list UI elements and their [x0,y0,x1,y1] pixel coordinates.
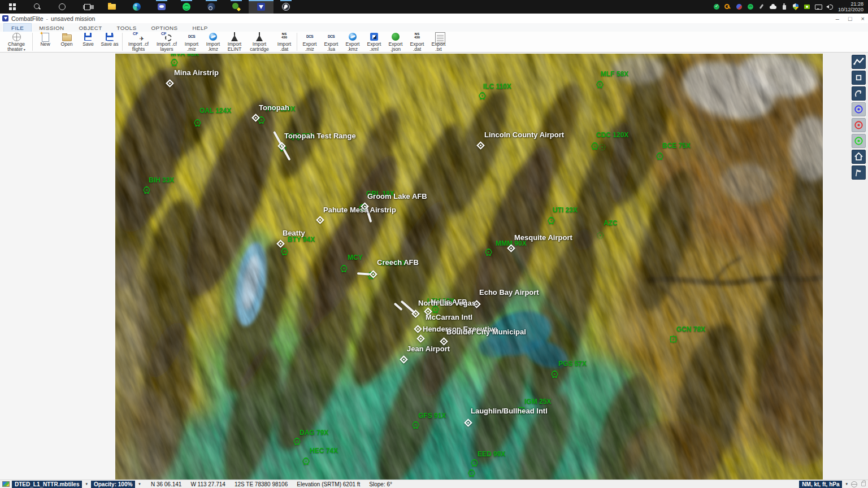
tray-discord-tray-icon[interactable] [736,3,743,10]
tray-spotify-tray-icon[interactable] [747,3,754,10]
threat-ring-green-button[interactable] [852,134,866,148]
lock-icon[interactable] [861,482,866,486]
toolbar-save[interactable]: Save [77,32,99,52]
toolbar-export-miz[interactable]: Export .miz [299,32,320,52]
airport-icon[interactable] [277,141,287,151]
navaid-icon[interactable] [280,247,289,256]
airport-icon[interactable] [506,243,516,253]
tray-security-check-icon[interactable] [713,3,720,10]
navaid-icon[interactable] [467,469,476,477]
taskbar-app-file-explorer[interactable] [99,0,124,14]
taskbar-app-combatflite[interactable] [249,0,274,14]
navaid-icon[interactable] [142,186,151,194]
tray-volume-icon[interactable] [826,3,833,10]
airport-icon[interactable] [276,239,285,249]
map-canvas[interactable]: MVA 98XOAL 124XTPH 119XTQQ 77XILC 110XML… [115,54,823,480]
toolbar-import-cartridge[interactable]: Import cartridge [245,32,274,52]
minimize-button[interactable]: – [836,16,839,21]
draw-shape-button[interactable] [852,71,866,85]
home-view-button[interactable] [852,150,866,164]
taskbar-app-obs[interactable] [274,0,298,14]
tray-usb-icon[interactable] [781,3,788,10]
navaid-icon[interactable] [596,231,605,239]
navaid-icon[interactable] [484,248,493,256]
toolbar-change-theater[interactable]: Change theater ▾ [2,32,31,52]
taskbar-app-search[interactable] [25,0,50,14]
tray-display-icon[interactable] [815,3,822,10]
navaid-icon[interactable] [669,335,678,343]
menu-object[interactable]: OBJECT [71,23,109,32]
navaid-icon[interactable] [550,370,559,378]
menu-help[interactable]: HELP [185,23,215,32]
toolbar-new[interactable]: New [34,32,56,52]
layer-dropdown-caret-icon[interactable]: ▾ [85,482,88,486]
tray-nvidia-icon[interactable] [804,3,810,10]
toolbar-import-cf-layers[interactable]: Import .cf layers [153,32,181,52]
airport-icon[interactable] [399,355,409,364]
taskbar-app-cortana[interactable] [50,0,75,14]
units-dropdown-caret-icon[interactable]: ▾ [845,482,848,486]
tray-onedrive-icon[interactable] [770,3,776,10]
taskbar-app-edge[interactable] [124,0,149,14]
taskbar-app-steam[interactable] [199,0,224,14]
airport-icon[interactable] [368,269,378,279]
threat-ring-blue-button[interactable] [852,102,866,116]
navaid-icon[interactable] [470,459,479,467]
navaid-icon[interactable] [293,437,301,446]
taskbar-app-spotify[interactable] [174,0,199,14]
layer-selector[interactable]: DTED_L1_NTTR.mbtiles [12,481,82,488]
taskbar-clock[interactable]: 21:28 10/12/2020 [838,1,863,12]
toolbar-export-json[interactable]: Export .json [385,32,406,52]
briefing-flag-button[interactable] [852,165,866,180]
toolbar-export-lua[interactable]: Export .lua [320,32,342,52]
tray-defender-icon[interactable] [792,3,799,10]
navaid-icon[interactable] [478,91,487,100]
toolbar-export-xml[interactable]: Export .xml [363,32,385,52]
taskbar-app-qgis[interactable] [224,0,249,14]
menu-mission[interactable]: MISSION [32,23,71,32]
tray-pin-icon[interactable] [758,3,765,10]
draw-orbit-button[interactable] [852,86,866,101]
airport-icon[interactable] [251,113,261,123]
tray-key-icon[interactable] [724,3,731,10]
airport-icon[interactable] [411,309,420,319]
taskbar-app-discord[interactable] [149,0,174,14]
toolbar-import-cf-flights[interactable]: Import .cf flights [124,32,153,52]
airport-icon[interactable] [463,418,473,428]
toolbar-save-as[interactable]: Save as [99,32,120,52]
navaid-icon[interactable] [193,119,202,127]
opacity-selector[interactable]: Opacity: 100% [91,481,135,488]
navaid-icon[interactable] [411,421,420,429]
menu-tools[interactable]: TOOLS [110,23,144,32]
navaid-icon[interactable] [656,152,664,160]
navaid-icon[interactable] [596,80,604,89]
airport-icon[interactable] [315,215,325,225]
toolbar-import-miz[interactable]: Import .miz [181,32,202,52]
menu-file[interactable]: FILE [3,23,32,32]
threat-ring-red-button[interactable] [852,118,866,132]
airport-icon[interactable] [476,141,485,150]
maximize-button[interactable]: □ [848,16,852,21]
navaid-icon[interactable] [302,457,310,465]
toolbar-import-dat[interactable]: Import .dat [274,32,295,52]
toolbar-export-kmz[interactable]: Export .kmz [342,32,363,52]
toolbar-import-kmz[interactable]: Import .kmz [202,32,224,52]
airport-icon[interactable] [165,79,175,88]
taskbar-app-task-view[interactable] [75,0,99,14]
airport-icon[interactable] [413,324,423,334]
menu-options[interactable]: OPTIONS [144,23,185,32]
globe-icon[interactable] [851,481,857,487]
draw-route-button[interactable] [852,55,866,69]
toolbar-export-dat[interactable]: Export .dat [406,32,428,52]
opacity-dropdown-caret-icon[interactable]: ▾ [138,482,141,486]
navaid-icon[interactable] [170,58,179,67]
navaid-icon[interactable] [547,216,555,225]
toolbar-open[interactable]: Open [56,32,77,52]
airport-icon[interactable] [416,334,426,343]
taskbar-app-start[interactable] [0,0,25,14]
navaid-icon[interactable] [340,264,348,273]
units-selector[interactable]: NM, kt, ft, hPa [799,481,842,488]
close-button[interactable]: × [861,16,865,21]
toolbar-import-elint[interactable]: Import ELINT [224,32,245,52]
toolbar-export-txt[interactable]: Export .txt [428,32,449,52]
